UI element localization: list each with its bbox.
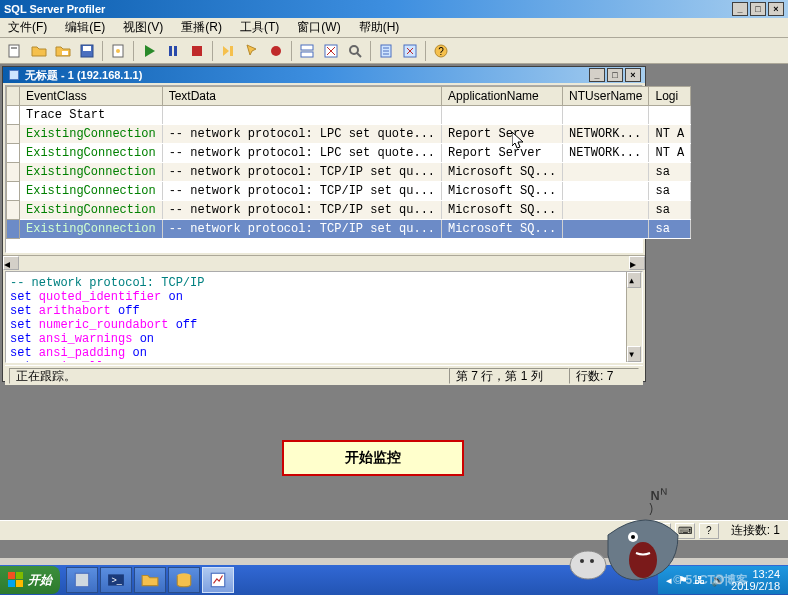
- windows-icon: [8, 572, 24, 588]
- col-textdata[interactable]: TextData: [162, 87, 441, 106]
- svg-point-15: [350, 46, 358, 54]
- tb-window-list[interactable]: [296, 40, 318, 62]
- child-title: 无标题 - 1 (192.168.1.1): [25, 68, 589, 83]
- maximize-button[interactable]: □: [750, 2, 766, 16]
- scroll-up-button[interactable]: ▴: [627, 272, 641, 288]
- detail-pane[interactable]: -- network protocol: TCP/IP set quoted_i…: [5, 271, 643, 363]
- ime-panel[interactable]: CH ⌨ ?: [651, 523, 719, 539]
- col-ntuser[interactable]: NTUserName: [563, 87, 649, 106]
- task-powershell-icon[interactable]: >_: [100, 567, 132, 593]
- minimize-button[interactable]: _: [732, 2, 748, 16]
- svg-rect-33: [75, 573, 89, 587]
- svg-rect-29: [8, 572, 15, 579]
- trace-grid[interactable]: EventClass TextData ApplicationName NTUs…: [5, 85, 643, 253]
- tb-pause[interactable]: [162, 40, 184, 62]
- col-eventclass[interactable]: EventClass: [20, 87, 163, 106]
- tray-flag-icon[interactable]: ⚑: [678, 574, 688, 587]
- tb-tuning[interactable]: [399, 40, 421, 62]
- callout-box: 开始监控: [282, 440, 464, 476]
- svg-rect-9: [192, 46, 202, 56]
- menu-file[interactable]: 文件(F): [4, 17, 51, 38]
- app-statusbar: CH ⌨ ? 连接数: 1: [0, 520, 788, 540]
- task-server-icon[interactable]: [66, 567, 98, 593]
- table-row[interactable]: ExistingConnection-- network protocol: T…: [7, 220, 691, 239]
- tb-step[interactable]: [217, 40, 239, 62]
- tb-run[interactable]: [138, 40, 160, 62]
- table-row[interactable]: ExistingConnection-- network protocol: T…: [7, 182, 691, 201]
- tb-new-trace[interactable]: [4, 40, 26, 62]
- svg-rect-10: [230, 46, 233, 56]
- start-button[interactable]: 开始: [0, 566, 60, 594]
- tb-stop[interactable]: [186, 40, 208, 62]
- tray-expand-icon[interactable]: ◂: [666, 574, 672, 587]
- tray-network-icon[interactable]: 🖧: [694, 574, 705, 586]
- mdi-area: 无标题 - 1 (192.168.1.1) _ □ × EventClass T…: [0, 64, 788, 558]
- child-max-button[interactable]: □: [607, 68, 623, 82]
- svg-rect-32: [16, 580, 23, 587]
- title-controls: _ □ ×: [732, 2, 784, 16]
- table-row[interactable]: ExistingConnection-- network protocol: L…: [7, 144, 691, 163]
- svg-rect-21: [10, 71, 19, 80]
- ime-keyboard-icon[interactable]: ⌨: [675, 523, 695, 539]
- tb-help[interactable]: ?: [430, 40, 452, 62]
- trace-icon: [7, 69, 21, 81]
- tb-properties[interactable]: [107, 40, 129, 62]
- child-min-button[interactable]: _: [589, 68, 605, 82]
- h-scrollbar[interactable]: ◂ ▸: [3, 255, 645, 271]
- svg-rect-8: [174, 46, 177, 56]
- tb-open[interactable]: [28, 40, 50, 62]
- trace-window: 无标题 - 1 (192.168.1.1) _ □ × EventClass T…: [2, 66, 646, 382]
- quick-launch: >_: [66, 567, 234, 593]
- table-row[interactable]: ExistingConnection-- network protocol: T…: [7, 201, 691, 220]
- scroll-right-button[interactable]: ▸: [629, 256, 645, 270]
- tb-template[interactable]: [375, 40, 397, 62]
- svg-rect-7: [169, 46, 172, 56]
- svg-text:>_: >_: [112, 575, 123, 585]
- ime-ch[interactable]: CH: [651, 523, 671, 539]
- tb-breakpoint[interactable]: [265, 40, 287, 62]
- svg-rect-4: [83, 46, 91, 51]
- tray-clock[interactable]: 13:24 2019/2/18: [731, 568, 780, 592]
- table-row[interactable]: ExistingConnection-- network protocol: T…: [7, 163, 691, 182]
- svg-rect-0: [9, 45, 19, 57]
- ime-help-icon[interactable]: ?: [699, 523, 719, 539]
- table-row[interactable]: Trace Start: [7, 106, 691, 125]
- tray-volume-icon[interactable]: 🔊: [711, 574, 725, 587]
- tb-clear[interactable]: [320, 40, 342, 62]
- svg-rect-13: [301, 52, 313, 57]
- detail-v-scrollbar[interactable]: ▴ ▾: [626, 272, 642, 362]
- toolbar: ?: [0, 38, 788, 64]
- table-row[interactable]: ExistingConnection-- network protocol: L…: [7, 125, 691, 144]
- status-connections: 连接数: 1: [731, 522, 780, 539]
- task-explorer-icon[interactable]: [134, 567, 166, 593]
- svg-point-24: [590, 559, 594, 563]
- svg-rect-2: [62, 51, 68, 55]
- tb-open-table[interactable]: [52, 40, 74, 62]
- menu-tools[interactable]: 工具(T): [236, 17, 283, 38]
- svg-rect-31: [8, 580, 15, 587]
- col-login[interactable]: Logi: [649, 87, 691, 106]
- status-tracking: 正在跟踪。: [9, 368, 449, 384]
- menu-help[interactable]: 帮助(H): [355, 17, 404, 38]
- tb-save[interactable]: [76, 40, 98, 62]
- child-controls: _ □ ×: [589, 68, 641, 82]
- task-db-icon[interactable]: [168, 567, 200, 593]
- col-appname[interactable]: ApplicationName: [442, 87, 563, 106]
- menu-view[interactable]: 视图(V): [119, 17, 167, 38]
- close-button[interactable]: ×: [768, 2, 784, 16]
- child-close-button[interactable]: ×: [625, 68, 641, 82]
- menu-window[interactable]: 窗口(W): [293, 17, 344, 38]
- tb-cursor[interactable]: [241, 40, 263, 62]
- callout-text: 开始监控: [345, 449, 401, 467]
- svg-text:?: ?: [438, 46, 444, 57]
- scroll-down-button[interactable]: ▾: [627, 346, 641, 362]
- tb-find[interactable]: [344, 40, 366, 62]
- menu-edit[interactable]: 编辑(E): [61, 17, 109, 38]
- scroll-left-button[interactable]: ◂: [3, 256, 19, 270]
- svg-point-6: [116, 49, 120, 53]
- menubar: 文件(F) 编辑(E) 视图(V) 重播(R) 工具(T) 窗口(W) 帮助(H…: [0, 18, 788, 38]
- menu-replay[interactable]: 重播(R): [177, 17, 226, 38]
- task-profiler-icon[interactable]: [202, 567, 234, 593]
- col-rowheader[interactable]: [7, 87, 20, 106]
- status-rows: 行数: 7: [569, 368, 639, 384]
